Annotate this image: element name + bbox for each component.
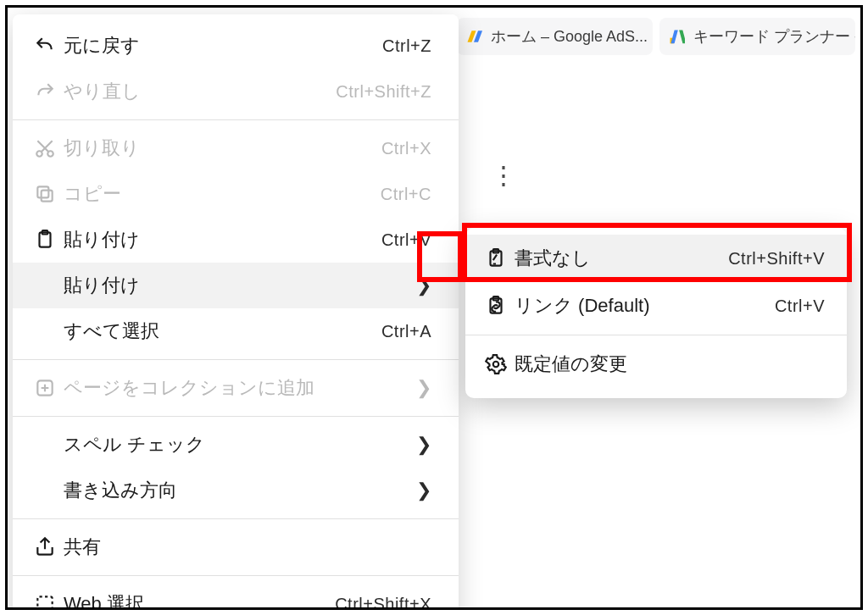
menu-add-collection: ページをコレクションに追加 ❯ <box>13 365 459 411</box>
separator <box>465 335 847 335</box>
tab-label: キーワード プランナー -... <box>693 26 855 47</box>
svg-point-5 <box>36 151 42 157</box>
menu-label: ページをコレクションに追加 <box>64 375 411 401</box>
context-menu: 元に戻す Ctrl+Z やり直し Ctrl+Shift+Z 切り取り Ctrl+… <box>13 14 459 610</box>
separator <box>13 518 459 519</box>
svg-rect-8 <box>37 186 48 197</box>
copy-icon <box>26 183 64 205</box>
svg-point-6 <box>47 151 53 157</box>
svg-rect-7 <box>42 191 53 202</box>
separator <box>13 575 459 576</box>
more-vertical-icon[interactable]: ⋮ <box>491 160 518 190</box>
tab-adsense[interactable]: ホーム – Google AdS... <box>457 18 653 55</box>
menu-select-all[interactable]: すべて選択 Ctrl+A <box>13 308 459 354</box>
menu-share[interactable]: 共有 <box>13 524 459 570</box>
gear-icon <box>477 353 515 375</box>
tab-strip: ホーム – Google AdS... キーワード プランナー -... <box>457 18 855 55</box>
menu-paste-as[interactable]: 貼り付け ❯ <box>13 263 459 308</box>
menu-cut: 切り取り Ctrl+X <box>13 125 459 171</box>
menu-label: Web 選択 <box>64 591 335 610</box>
submenu-label: 既定値の変更 <box>515 352 825 377</box>
menu-spell-check[interactable]: スペル チェック ❯ <box>13 422 459 468</box>
menu-label: 共有 <box>64 535 431 560</box>
menu-label: 書き込み方向 <box>64 478 411 503</box>
svg-rect-4 <box>679 30 685 44</box>
chevron-right-icon: ❯ <box>411 274 431 296</box>
menu-undo[interactable]: 元に戻す Ctrl+Z <box>13 23 459 69</box>
menu-label: 切り取り <box>64 136 381 161</box>
svg-rect-3 <box>670 30 677 44</box>
menu-redo: やり直し Ctrl+Shift+Z <box>13 69 459 114</box>
menu-label: スペル チェック <box>64 432 411 457</box>
redo-icon <box>26 80 64 102</box>
menu-label: すべて選択 <box>64 319 381 344</box>
menu-shortcut: Ctrl+X <box>381 139 431 158</box>
menu-paste[interactable]: 貼り付け Ctrl+V <box>13 217 459 263</box>
separator <box>13 416 459 417</box>
tab-label: ホーム – Google AdS... <box>491 26 648 47</box>
svg-rect-12 <box>37 596 52 610</box>
separator <box>13 119 459 120</box>
screenshot-frame: ホーム – Google AdS... キーワード プランナー -... ⋮ 元… <box>5 5 863 610</box>
chevron-right-icon: ❯ <box>411 479 431 501</box>
menu-shortcut: Ctrl+Shift+X <box>335 595 431 611</box>
submenu-label: 書式なし <box>515 246 728 271</box>
menu-shortcut: Ctrl+C <box>381 185 431 204</box>
submenu-change-default[interactable]: 既定値の変更 <box>465 341 847 388</box>
submenu-paste-plain[interactable]: 書式なし Ctrl+Shift+V <box>465 235 847 282</box>
share-icon <box>26 536 64 558</box>
menu-shortcut: Ctrl+V <box>381 230 431 250</box>
chevron-right-icon: ❯ <box>411 434 431 456</box>
submenu-paste-link[interactable]: リンク (Default) Ctrl+V <box>465 282 847 330</box>
separator <box>13 359 459 360</box>
menu-writing-direction[interactable]: 書き込み方向 ❯ <box>13 468 459 513</box>
tab-keyword-planner[interactable]: キーワード プランナー -... <box>659 18 855 55</box>
paste-as-submenu: 書式なし Ctrl+Shift+V リンク (Default) Ctrl+V 既… <box>465 228 847 398</box>
submenu-label: リンク (Default) <box>515 293 775 319</box>
menu-label: コピー <box>64 181 381 207</box>
menu-label: やり直し <box>64 79 336 104</box>
cut-icon <box>26 137 64 159</box>
undo-icon <box>26 35 64 57</box>
chevron-right-icon: ❯ <box>411 377 431 399</box>
paste-link-icon <box>477 295 515 317</box>
submenu-shortcut: Ctrl+Shift+V <box>728 249 825 269</box>
ads-icon <box>668 28 685 45</box>
menu-shortcut: Ctrl+A <box>381 322 431 341</box>
paste-icon <box>26 229 64 251</box>
svg-point-19 <box>493 362 499 368</box>
menu-label: 元に戻す <box>64 33 382 58</box>
collection-add-icon <box>26 377 64 399</box>
menu-shortcut: Ctrl+Z <box>382 36 431 56</box>
paste-plain-icon <box>477 247 515 269</box>
menu-label: 貼り付け <box>64 227 381 252</box>
menu-shortcut: Ctrl+Shift+Z <box>336 82 431 102</box>
menu-web-select[interactable]: Web 選択 Ctrl+Shift+X <box>13 581 459 610</box>
web-select-icon <box>26 593 64 610</box>
adsense-icon <box>465 28 482 45</box>
submenu-shortcut: Ctrl+V <box>775 296 825 316</box>
menu-copy: コピー Ctrl+C <box>13 171 459 217</box>
menu-label: 貼り付け <box>64 273 411 298</box>
